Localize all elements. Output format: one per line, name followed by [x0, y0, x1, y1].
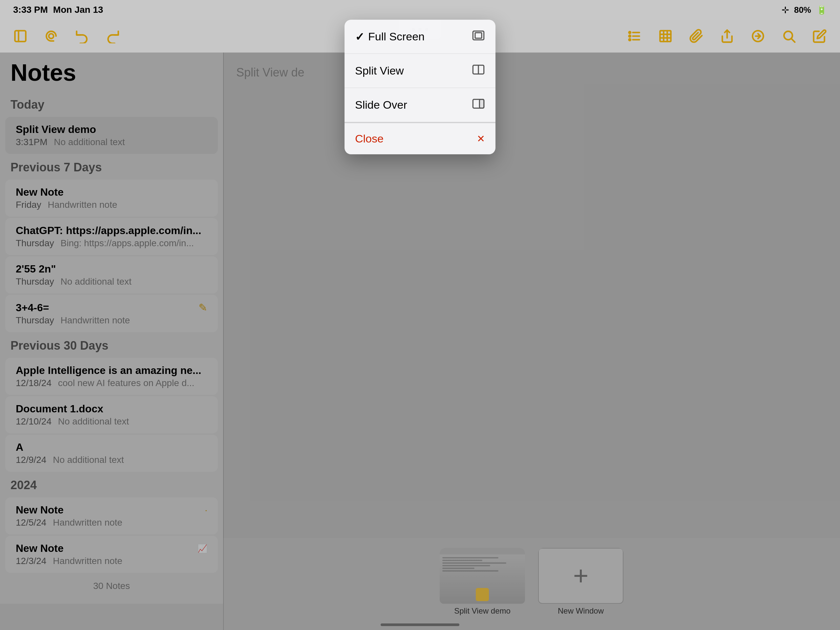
svg-point-6 [629, 32, 631, 33]
svg-rect-23 [479, 100, 484, 108]
toolbar-left [10, 25, 283, 47]
status-bar: 3:33 PM Mon Jan 13 ⊹ 80% 🔋 [0, 0, 840, 20]
menu-item-slideover[interactable]: Slide Over [344, 88, 496, 122]
svg-line-17 [791, 39, 795, 42]
splitview-label: Split View [355, 64, 404, 77]
svg-point-7 [629, 35, 631, 37]
home-indicator [381, 624, 459, 626]
slideover-icon [472, 97, 485, 112]
dropdown-menu: ✓ Full Screen Split View Slide Over [344, 20, 496, 154]
status-date: Mon Jan 13 [53, 5, 103, 15]
battery-text: 80% [794, 5, 811, 15]
checklist-button[interactable] [624, 25, 645, 47]
redo-button[interactable] [103, 25, 123, 47]
close-icon: ✕ [477, 133, 485, 144]
markup-button[interactable] [747, 25, 769, 47]
share-button[interactable] [717, 25, 737, 47]
menu-item-close[interactable]: Close ✕ [344, 122, 496, 154]
status-right: ⊹ 80% 🔋 [782, 5, 827, 15]
wifi-icon: ⊹ [782, 5, 789, 15]
splitview-icon [472, 63, 485, 78]
slideover-label: Slide Over [355, 98, 407, 111]
svg-rect-0 [15, 31, 26, 42]
menu-item-fullscreen[interactable]: ✓ Full Screen [344, 20, 496, 54]
mention-button[interactable] [41, 25, 62, 47]
compose-button[interactable] [809, 25, 830, 47]
fullscreen-icon [472, 29, 485, 44]
search-button[interactable] [778, 25, 799, 47]
svg-rect-9 [660, 31, 671, 42]
status-time: 3:33 PM [13, 5, 48, 15]
battery-icon: 🔋 [816, 5, 827, 15]
table-button[interactable] [655, 25, 676, 47]
svg-point-8 [629, 39, 631, 41]
attachment-button[interactable] [686, 25, 707, 47]
undo-button[interactable] [71, 25, 93, 47]
menu-item-splitview[interactable]: Split View [344, 54, 496, 88]
svg-rect-19 [475, 33, 482, 38]
close-label: Close [355, 132, 384, 145]
svg-point-2 [49, 34, 54, 39]
toolbar-right [557, 25, 830, 47]
checkmark-icon: ✓ [355, 30, 364, 43]
fullscreen-label: ✓ Full Screen [355, 30, 425, 43]
sidebar-toggle-button[interactable] [10, 25, 31, 47]
